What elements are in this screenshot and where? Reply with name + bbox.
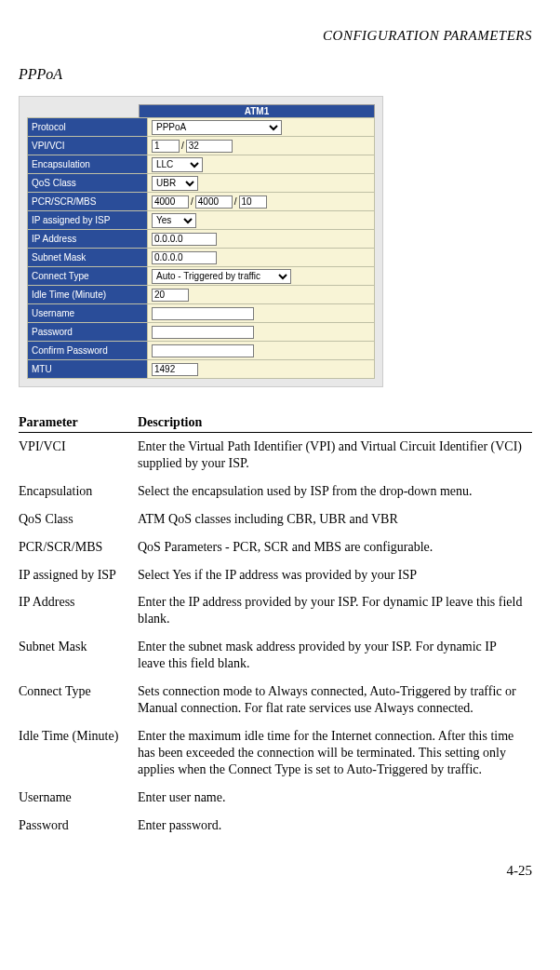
mtu-input[interactable] [152,363,198,376]
subnet-label: Subnet Mask [28,249,148,267]
vpi-input[interactable] [152,140,180,153]
running-head: CONFIGURATION PARAMETERS [19,28,532,44]
password-label: Password [28,323,148,342]
page-number: 4-25 [19,863,532,879]
connect-select[interactable]: Auto - Triggered by traffic [152,269,291,284]
param-desc: QoS Parameters - PCR, SCR and MBS are co… [138,533,532,561]
param-desc: Enter the Virtual Path Identifier (VPI) … [138,433,532,478]
protocol-select[interactable]: PPPoA [152,120,282,135]
param-desc: Sets connection mode to Always connected… [138,678,532,722]
param-name: Username [19,784,138,812]
param-name: VPI/VCI [19,433,138,478]
pcr-input[interactable] [152,195,189,209]
col-parameter: Parameter [19,413,138,433]
table-row: IP AddressEnter the IP address provided … [19,588,532,633]
idle-label: Idle Time (Minute) [28,286,148,304]
scr-input[interactable] [195,195,233,209]
table-row: IP assigned by ISPSelect Yes if the IP a… [19,561,532,589]
table-row: EncapsulationSelect the encapsulation us… [19,478,532,505]
username-input[interactable] [152,307,254,320]
config-table: Protocol PPPoA VPI/VCI / Encapsulation L… [27,117,375,379]
param-name: Encapsulation [19,478,138,505]
password-input[interactable] [152,326,254,339]
mbs-input[interactable] [239,195,267,209]
param-name: Idle Time (Minute) [19,722,138,784]
confirm-label: Confirm Password [28,342,148,360]
table-row: PasswordEnter password. [19,812,532,840]
mtu-label: MTU [28,360,148,379]
vci-input[interactable] [186,140,233,153]
table-row: Idle Time (Minute)Enter the maximum idle… [19,722,532,784]
table-row: Connect TypeSets connection mode to Alwa… [19,678,532,722]
ipaddr-input[interactable] [152,233,217,246]
qos-select[interactable]: UBR [152,176,198,191]
config-screenshot: ATM1 Protocol PPPoA VPI/VCI / Encapsulat… [19,96,383,387]
slash: / [234,196,237,207]
param-name: Password [19,812,138,840]
param-desc: Enter the maximum idle time for the Inte… [138,722,532,784]
table-row: VPI/VCIEnter the Virtual Path Identifier… [19,433,532,478]
param-name: IP assigned by ISP [19,561,138,589]
param-desc: Enter password. [138,812,532,840]
param-desc: Enter the subnet mask address provided b… [138,633,532,678]
slash: / [181,141,184,151]
param-name: IP Address [19,588,138,633]
encap-label: Encapsulation [28,155,148,174]
ipaddr-label: IP Address [28,230,148,249]
ipassigned-label: IP assigned by ISP [28,211,148,230]
param-desc: Enter the IP address provided by your IS… [138,588,532,633]
ipassigned-select[interactable]: Yes [152,213,196,228]
param-desc: ATM QoS classes including CBR, UBR and V… [138,505,532,533]
protocol-label: Protocol [28,118,148,137]
param-name: PCR/SCR/MBS [19,533,138,561]
username-label: Username [28,304,148,323]
encap-select[interactable]: LLC [152,157,203,172]
table-row: Subnet MaskEnter the subnet mask address… [19,633,532,678]
param-name: QoS Class [19,505,138,533]
idle-input[interactable] [152,289,189,302]
param-name: Subnet Mask [19,633,138,678]
param-desc: Enter user name. [138,784,532,812]
vpivci-label: VPI/VCI [28,137,148,155]
connect-label: Connect Type [28,267,148,286]
qos-label: QoS Class [28,174,148,193]
subnet-input[interactable] [152,251,217,264]
param-name: Connect Type [19,678,138,722]
table-row: PCR/SCR/MBSQoS Parameters - PCR, SCR and… [19,533,532,561]
pcr-label: PCR/SCR/MBS [28,193,148,211]
section-title: PPPoA [19,66,532,83]
slash: / [191,196,193,207]
param-desc: Select the encapsulation used by ISP fro… [138,478,532,505]
table-row: QoS ClassATM QoS classes including CBR, … [19,505,532,533]
col-description: Description [138,413,532,433]
parameter-table: Parameter Description VPI/VCIEnter the V… [19,413,532,839]
confirm-input[interactable] [152,344,254,357]
param-desc: Select Yes if the IP address was provide… [138,561,532,589]
atm-header: ATM1 [139,104,375,117]
table-row: UsernameEnter user name. [19,784,532,812]
